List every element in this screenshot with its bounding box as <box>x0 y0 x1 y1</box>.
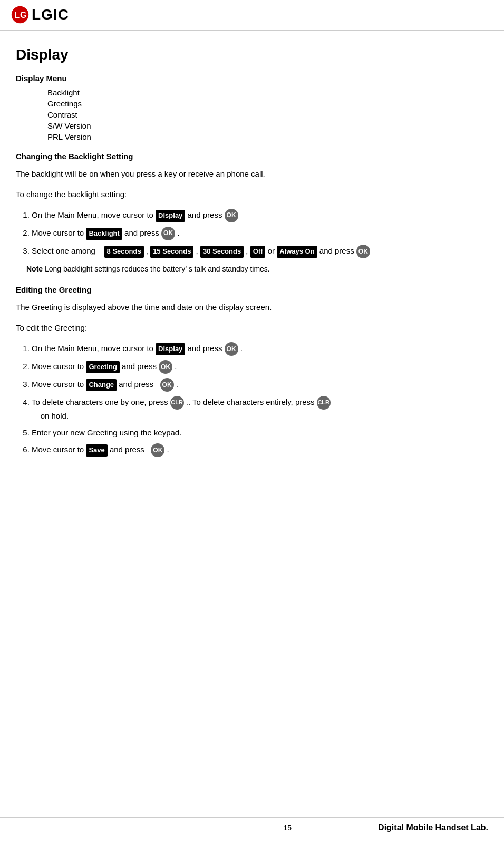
backlight-steps: On the Main Menu, move cursor to Display… <box>32 209 488 258</box>
list-item: Contrast <box>47 110 488 119</box>
greeting-para1: The Greeting is displayed above the time… <box>16 302 488 314</box>
clr-btn-2: CLR <box>317 396 331 410</box>
step3-comma2: , <box>196 246 200 255</box>
ok-btn-g3: OK <box>160 378 174 392</box>
gstep2-text-after: . <box>175 362 177 371</box>
page-footer: 15 Digital Mobile Handset Lab. <box>0 817 504 838</box>
gstep2-text-middle: and press <box>122 362 159 371</box>
backlight-step-1: On the Main Menu, move cursor to Display… <box>32 209 488 222</box>
display-kbd-1: Display <box>156 210 185 222</box>
step3-comma1: , <box>146 246 150 255</box>
step3-or: or <box>268 246 277 255</box>
gstep6-text-before: Move cursor to <box>32 445 86 454</box>
display-kbd-2: Display <box>156 343 185 355</box>
gstep4-text-middle: .. To delete characters entirely, press <box>186 398 317 406</box>
page-title: Display <box>16 46 488 63</box>
display-menu-list: Backlight Greetings Contrast S/W Version… <box>47 88 488 141</box>
backlight-para2: To change the backlight setting: <box>16 189 488 201</box>
ok-btn-1: OK <box>225 209 238 222</box>
list-item: PRL Version <box>47 132 488 141</box>
greeting-para2: To edit the Greeting: <box>16 322 488 334</box>
lg-logo-icon: L G <box>11 5 30 24</box>
list-item: S/W Version <box>47 121 488 130</box>
step2-text-before: Move cursor to <box>32 228 86 237</box>
note-content: Long backlight settings reduces the batt… <box>45 265 270 273</box>
svg-text:G: G <box>20 10 27 20</box>
greeting-section-title: Editing the Greeting <box>16 285 488 294</box>
ok-btn-g2: OK <box>159 360 172 374</box>
off-kbd: Off <box>250 246 266 258</box>
backlight-note: Note Long backlight settings reduces the… <box>26 264 488 275</box>
greeting-step-2: Move cursor to Greeting and press OK . <box>32 360 488 374</box>
30seconds-kbd: 30 Seconds <box>200 246 244 258</box>
gstep5-text: Enter your new Greeting using the keypad… <box>32 428 181 437</box>
8seconds-kbd: 8 Seconds <box>104 246 144 258</box>
backlight-step-2: Move cursor to Backlight and press OK . <box>32 227 488 240</box>
gstep6-text-after: . <box>167 445 169 454</box>
gstep6-text-middle: and press <box>110 445 149 454</box>
gstep1-text-after: . <box>240 344 243 353</box>
backlight-section-title: Changing the Backlight Setting <box>16 152 488 161</box>
backlight-para1: The backlight will be on when you press … <box>16 168 488 180</box>
ok-btn-g6: OK <box>151 443 164 457</box>
list-item: Backlight <box>47 88 488 97</box>
ok-btn-g1: OK <box>225 342 238 356</box>
step2-text-middle: and press <box>124 228 161 237</box>
backlight-kbd: Backlight <box>86 228 122 240</box>
greeting-step-4: To delete characters one by one, press C… <box>32 396 488 422</box>
logo: L G LGIC <box>11 5 69 24</box>
ok-btn-3: OK <box>356 245 370 258</box>
save-kbd: Save <box>86 444 107 457</box>
note-label: Note <box>26 265 43 273</box>
display-menu-title: Display Menu <box>16 74 488 83</box>
step3-text-before: Select one among <box>32 246 102 255</box>
list-item: Greetings <box>47 99 488 108</box>
main-content: Display Display Menu Backlight Greetings… <box>0 41 504 478</box>
step1-text-before: On the Main Menu, move cursor to <box>32 210 156 219</box>
page-header: L G LGIC <box>0 0 504 31</box>
step3-text-after: and press <box>319 246 356 255</box>
greeting-steps: On the Main Menu, move cursor to Display… <box>32 342 488 457</box>
gstep4-text-before: To delete characters one by one, press <box>32 398 170 406</box>
greeting-step-1: On the Main Menu, move cursor to Display… <box>32 342 488 356</box>
greeting-step-6: Move cursor to Save and press OK . <box>32 443 488 457</box>
clr-btn-1: CLR <box>170 396 184 410</box>
greeting-step-3: Move cursor to Change and press OK . <box>32 378 488 392</box>
gstep1-text-before: On the Main Menu, move cursor to <box>32 344 156 353</box>
gstep1-text-middle: and press <box>188 344 225 353</box>
gstep3-text-before: Move cursor to <box>32 380 86 389</box>
15seconds-kbd: 15 Seconds <box>150 246 193 258</box>
svg-text:L: L <box>14 10 20 20</box>
footer-brand: Digital Mobile Handset Lab. <box>378 823 488 832</box>
step2-text-after: . <box>177 228 179 237</box>
step3-comma3: , <box>246 246 250 255</box>
greeting-step-5: Enter your new Greeting using the keypad… <box>32 427 488 439</box>
step1-text-middle: and press <box>188 210 225 219</box>
gstep4-text-after: on hold. <box>32 411 69 420</box>
alwayson-kbd: Always On <box>277 246 317 258</box>
gstep3-text-after: . <box>176 380 178 389</box>
logo-text: LGIC <box>32 6 69 23</box>
change-kbd: Change <box>86 379 117 391</box>
gstep3-text-middle: and press <box>119 380 158 389</box>
ok-btn-2: OK <box>161 227 175 240</box>
greeting-kbd: Greeting <box>86 361 119 373</box>
page-number: 15 <box>197 823 379 832</box>
backlight-step-3: Select one among 8 Seconds , 15 Seconds … <box>32 245 488 258</box>
gstep2-text-before: Move cursor to <box>32 362 86 371</box>
